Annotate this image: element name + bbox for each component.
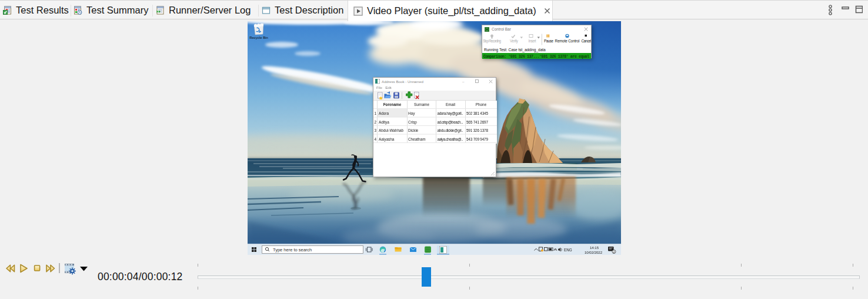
- svg-text:Verify: Verify: [510, 39, 519, 44]
- svg-text:591 326 1378: 591 326 1378: [466, 128, 488, 132]
- svg-text:502 381 4345: 502 381 4345: [466, 111, 488, 115]
- svg-text:Cheatham: Cheatham: [408, 137, 426, 141]
- svg-text:Type here to search: Type here to search: [273, 247, 312, 253]
- svg-text:Phone: Phone: [476, 102, 487, 107]
- svg-text:565 741 2697: 565 741 2697: [466, 120, 488, 124]
- svg-text:abdu.dickie@gri..: abdu.dickie@gri..: [438, 128, 463, 133]
- svg-text:2: 2: [613, 250, 615, 254]
- svg-text:ENG: ENG: [564, 248, 572, 252]
- svg-text:Comparison: '591 326 137...'59: Comparison: '591 326 137...'591 326 1378…: [483, 55, 589, 59]
- svg-text:Crisp: Crisp: [408, 120, 417, 125]
- svg-text:543 709 9479: 543 709 9479: [466, 137, 488, 141]
- svg-text:adora.hay@goril..: adora.hay@goril..: [438, 111, 463, 116]
- svg-text:ad.crisp@beach...: ad.crisp@beach...: [438, 120, 463, 125]
- svg-text:3: 3: [374, 128, 376, 132]
- svg-text:Surname: Surname: [414, 102, 429, 107]
- svg-text:1: 1: [374, 111, 376, 115]
- svg-text:Remote Control: Remote Control: [555, 39, 580, 43]
- svg-text:Adora: Adora: [379, 111, 389, 115]
- svg-text:Dickie: Dickie: [408, 128, 419, 132]
- svg-text:2: 2: [374, 120, 376, 124]
- svg-text:Aditya: Aditya: [379, 120, 389, 125]
- svg-text:Insert: Insert: [529, 39, 536, 43]
- svg-text:10/02/2022: 10/02/2022: [585, 251, 603, 254]
- svg-text:Aaiyasha: Aaiyasha: [379, 137, 395, 142]
- svg-text:Email: Email: [446, 102, 455, 107]
- svg-text:Hay: Hay: [408, 111, 415, 116]
- svg-text:Forename: Forename: [383, 102, 402, 107]
- svg-text:Pause: Pause: [544, 39, 553, 43]
- svg-text:Recycle Bin: Recycle Bin: [249, 36, 268, 39]
- svg-text:Abdul-Wahhab: Abdul-Wahhab: [379, 128, 403, 132]
- svg-text:Cancel: Cancel: [582, 39, 592, 43]
- svg-text:aaiya.cheatha@..: aaiya.cheatha@..: [438, 137, 463, 142]
- svg-text:14:15: 14:15: [590, 246, 599, 250]
- svg-text:4: 4: [374, 137, 376, 141]
- svg-text:Stop Recording: Stop Recording: [483, 39, 501, 44]
